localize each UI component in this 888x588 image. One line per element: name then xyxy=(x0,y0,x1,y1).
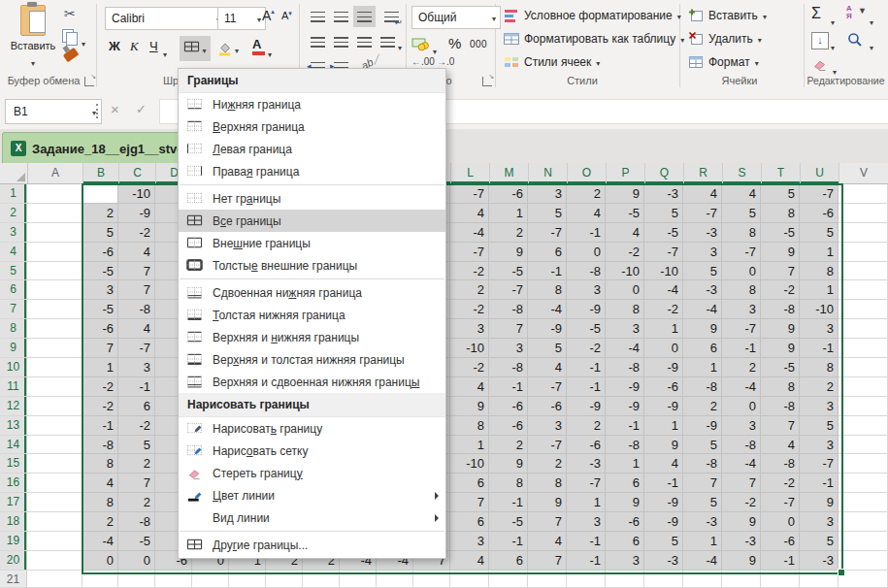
cell-N14[interactable]: -7 xyxy=(528,436,567,455)
menu-item-thick-bottom-border[interactable]: Толстая нижняя граница xyxy=(179,304,445,326)
cell-R4[interactable]: 3 xyxy=(683,243,722,262)
cell-P20[interactable]: 3 xyxy=(606,551,644,571)
cell-V3[interactable] xyxy=(839,223,888,243)
cell-S11[interactable]: -4 xyxy=(722,377,761,397)
column-header-Q[interactable]: Q xyxy=(645,163,684,184)
cell-Q11[interactable]: -6 xyxy=(644,377,683,397)
cell-M4[interactable]: 9 xyxy=(489,243,528,262)
clear-button[interactable] xyxy=(811,56,828,72)
cell-L10[interactable]: -2 xyxy=(450,358,489,377)
menu-item-more-borders[interactable]: Другие границы... xyxy=(179,534,445,556)
cell-L5[interactable]: -2 xyxy=(450,262,489,281)
cell-U9[interactable]: -1 xyxy=(800,339,839,358)
cell-P15[interactable]: 1 xyxy=(606,454,644,474)
cell-C7[interactable]: -8 xyxy=(118,300,155,319)
cell-R12[interactable]: 2 xyxy=(683,397,722,416)
cell-P17[interactable]: 9 xyxy=(606,493,644,512)
cell-U3[interactable]: 5 xyxy=(800,223,839,243)
menu-item-draw-border-grid[interactable]: Нарисовать сетку xyxy=(179,440,445,462)
cell-N3[interactable]: -7 xyxy=(528,223,567,243)
cell-L6[interactable]: 2 xyxy=(450,280,489,300)
cell-N16[interactable]: 8 xyxy=(528,474,567,493)
cell-O16[interactable]: -7 xyxy=(567,474,606,493)
cell-A13[interactable] xyxy=(27,416,82,436)
cell-C8[interactable]: 4 xyxy=(118,319,155,339)
cell-L20[interactable]: 4 xyxy=(450,551,489,571)
cell-L9[interactable]: -10 xyxy=(450,339,489,358)
menu-item-double-bottom-border[interactable]: Сдвоенная нижняя граница xyxy=(179,281,445,304)
menu-item-top-and-bottom-border[interactable]: Верхняя и нижняя границы xyxy=(179,326,445,348)
cell-B18[interactable]: 2 xyxy=(82,512,118,532)
cell-R11[interactable]: -8 xyxy=(683,377,722,397)
cell-Q5[interactable]: -10 xyxy=(644,262,683,281)
cell-N8[interactable]: -9 xyxy=(528,319,567,339)
cell-N7[interactable]: -4 xyxy=(528,300,567,319)
cell-N13[interactable]: 3 xyxy=(528,416,567,436)
cell-P1[interactable]: 9 xyxy=(606,184,644,204)
cell-Q14[interactable]: 9 xyxy=(644,436,683,455)
cell-N17[interactable]: 9 xyxy=(528,493,567,512)
cell-O10[interactable]: -1 xyxy=(567,358,606,377)
fill-down-button[interactable] xyxy=(811,32,829,49)
cell-L12[interactable]: 9 xyxy=(450,397,489,416)
cell-N21[interactable] xyxy=(528,571,567,588)
fill-color-dropdown-arrow[interactable] xyxy=(235,40,239,57)
cell-C13[interactable]: -2 xyxy=(118,416,155,436)
cell-F21[interactable] xyxy=(229,571,266,588)
cell-B1[interactable] xyxy=(82,184,118,204)
cell-S1[interactable]: 4 xyxy=(722,184,761,204)
cell-V4[interactable] xyxy=(839,243,888,262)
cell-V2[interactable] xyxy=(839,204,888,223)
cell-B10[interactable]: 1 xyxy=(82,358,118,377)
cell-S4[interactable]: -7 xyxy=(722,243,761,262)
cell-S19[interactable]: -3 xyxy=(722,532,761,551)
cell-M12[interactable]: -6 xyxy=(489,397,528,416)
cell-M8[interactable]: 7 xyxy=(489,319,528,339)
cell-V1[interactable] xyxy=(839,184,888,204)
cell-L11[interactable]: 4 xyxy=(450,377,489,397)
cell-O8[interactable]: -5 xyxy=(567,319,606,339)
cell-M11[interactable]: -1 xyxy=(489,377,528,397)
autosum-button[interactable] xyxy=(811,5,821,22)
format-cells-button[interactable]: Формат xyxy=(687,54,759,70)
row-header-21[interactable]: 21 xyxy=(0,571,27,588)
cell-B11[interactable]: -2 xyxy=(82,377,118,397)
cell-P19[interactable]: 6 xyxy=(606,532,644,551)
cell-Q16[interactable]: -1 xyxy=(644,474,683,493)
cell-R1[interactable]: 4 xyxy=(683,184,722,204)
cell-O14[interactable]: -6 xyxy=(567,436,606,455)
cell-M20[interactable]: 6 xyxy=(489,551,528,571)
find-select-button[interactable] xyxy=(846,32,863,48)
column-header-N[interactable]: N xyxy=(529,163,568,184)
fill-color-button[interactable] xyxy=(217,38,247,59)
align-right-button[interactable] xyxy=(353,31,376,52)
cell-U4[interactable]: 1 xyxy=(800,243,839,262)
cell-V11[interactable] xyxy=(839,377,888,397)
cell-T21[interactable] xyxy=(761,571,800,588)
cell-O12[interactable]: -9 xyxy=(567,397,606,416)
menu-item-draw-border[interactable]: Нарисовать границу xyxy=(179,417,445,440)
cell-S14[interactable]: -8 xyxy=(722,436,761,455)
cell-V10[interactable] xyxy=(839,358,888,377)
cell-V18[interactable] xyxy=(839,512,888,532)
menu-item-line-color[interactable]: Цвет линии xyxy=(179,484,445,506)
cell-T20[interactable]: -1 xyxy=(761,551,800,571)
cell-C10[interactable]: 3 xyxy=(118,358,155,377)
cell-V15[interactable] xyxy=(839,454,888,474)
cell-O4[interactable]: 0 xyxy=(567,243,606,262)
format-as-table-button[interactable]: Форматировать как таблицу xyxy=(503,31,684,47)
cell-I21[interactable] xyxy=(340,571,377,588)
cell-O6[interactable]: 3 xyxy=(567,280,606,300)
cell-U16[interactable]: -1 xyxy=(800,474,839,493)
row-header-12[interactable]: 12 xyxy=(0,397,27,416)
cell-P18[interactable]: -6 xyxy=(606,512,644,532)
row-header-9[interactable]: 9 xyxy=(0,339,27,358)
cell-O11[interactable]: -1 xyxy=(567,377,606,397)
cell-A4[interactable] xyxy=(27,243,82,262)
column-header-V[interactable]: V xyxy=(839,163,888,184)
cell-P11[interactable]: -9 xyxy=(606,377,644,397)
cell-A15[interactable] xyxy=(27,454,82,474)
cell-S21[interactable] xyxy=(722,571,761,588)
cell-P3[interactable]: 4 xyxy=(606,223,644,243)
cell-N11[interactable]: -7 xyxy=(528,377,567,397)
